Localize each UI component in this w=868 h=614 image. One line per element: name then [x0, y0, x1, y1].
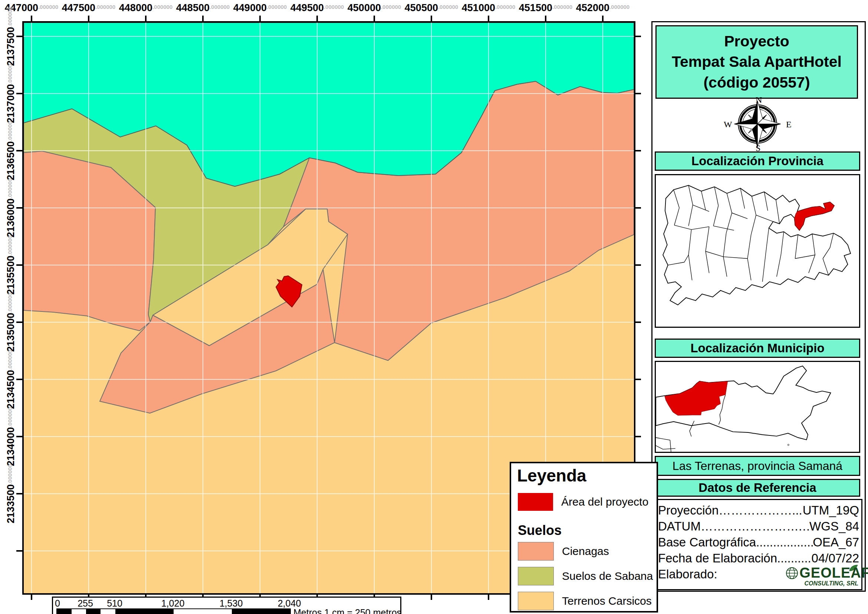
compass-area: N E S W	[653, 98, 862, 150]
tick-mark	[16, 93, 22, 94]
reference-data-box: Proyección ……………….......... UTM_19Q DATU…	[655, 499, 862, 590]
west-label: W	[724, 120, 732, 129]
y-axis-label: 2133500.000000	[5, 459, 16, 529]
tick-mark	[16, 550, 22, 552]
reference-row-base: Base Cartográfica ..................... …	[658, 534, 859, 550]
main-map: Leyenda Área del proyecto Suelos Cienaga…	[22, 21, 636, 595]
geoleaf-logo: GEOLEAF CONSULTING, SRL	[785, 565, 858, 587]
x-axis-label: 452000.000000	[562, 2, 643, 14]
map-layout-page: 447000.000000 447500.000000 448000.00000…	[0, 0, 868, 614]
cienagas-swatch	[518, 542, 554, 561]
legend-title: Leyenda	[517, 465, 657, 485]
project-title-line1: Proyecto	[724, 31, 789, 51]
scale-bar-graphic	[56, 608, 291, 614]
legend: Leyenda Área del proyecto Suelos Cienaga…	[510, 462, 658, 612]
scale-segment	[232, 609, 290, 614]
country-outline	[663, 185, 851, 305]
tick-mark	[636, 264, 641, 266]
tick-mark	[16, 150, 22, 151]
reference-row-projection: Proyección ……………….......... UTM_19Q	[658, 502, 859, 518]
scale-tick-label: 1,530	[214, 598, 248, 609]
scale-tick-label: 510	[104, 598, 126, 609]
tick-mark	[16, 207, 22, 208]
scale-segment	[115, 609, 174, 614]
tick-mark	[259, 16, 261, 21]
tick-mark	[145, 16, 147, 21]
scale-tick-label: 255	[74, 598, 96, 609]
tick-mark	[374, 16, 375, 21]
legend-item-cienagas: Cienagas	[518, 542, 609, 561]
sabana-swatch	[518, 567, 554, 585]
east-label: E	[786, 120, 792, 129]
tick-mark	[431, 16, 432, 21]
tick-mark	[16, 379, 22, 380]
scale-tick-label: 0	[54, 598, 61, 609]
samana-peninsula-map	[656, 362, 859, 452]
scale-caption: Metros 1 cm = 250 metros	[293, 607, 401, 614]
side-panel: Proyecto Tempat Sala ApartHotel (código …	[651, 21, 866, 592]
scale-segment	[57, 609, 71, 614]
scale-segment	[71, 609, 86, 614]
tick-mark	[31, 16, 32, 21]
tick-mark	[636, 207, 641, 208]
scale-segment	[86, 609, 101, 614]
tick-mark	[636, 322, 641, 323]
municipio-locator-map	[655, 361, 860, 453]
tick-mark	[88, 16, 89, 21]
north-label: N	[756, 95, 762, 105]
logo-subtitle: CONSULTING, SRL	[785, 580, 858, 587]
dominican-republic-map	[656, 175, 859, 327]
legend-item-carsicos: Terrenos Carsicos	[518, 592, 652, 610]
project-title-box: Proyecto Tempat Sala ApartHotel (código …	[656, 25, 858, 99]
tick-mark	[488, 595, 489, 600]
tick-mark	[316, 16, 318, 21]
tick-mark	[16, 322, 22, 323]
tick-mark	[16, 436, 22, 437]
scale-tick-label: 1,020	[156, 598, 189, 609]
tick-mark	[202, 16, 204, 21]
scale-segment	[101, 609, 115, 614]
project-title-line3: (código 20557)	[703, 72, 810, 93]
legend-item-project: Área del proyecto	[518, 493, 648, 511]
tick-mark	[602, 16, 603, 21]
tick-mark	[31, 595, 32, 600]
carsicos-swatch	[518, 592, 554, 610]
tick-mark	[545, 16, 546, 21]
scale-bar: 0 255 510 1,020 1,530 2,040 Metros 1 cm …	[52, 597, 401, 614]
tick-mark	[636, 436, 641, 437]
province-section-header: Localización Provincia	[655, 151, 860, 171]
project-area-swatch	[518, 493, 553, 511]
legend-item-sabana: Suelos de Sabana	[518, 567, 653, 585]
municipio-section-header: Localización Municipio	[655, 339, 860, 358]
islet-dot	[787, 444, 789, 446]
legend-group-title: Suelos	[518, 523, 562, 538]
tick-mark	[488, 16, 489, 21]
tick-mark	[636, 150, 641, 151]
reference-section-header: Datos de Referencia	[655, 479, 860, 497]
tick-mark	[636, 93, 641, 94]
samana-province-highlight	[795, 202, 834, 230]
tick-mark	[431, 595, 432, 600]
tick-mark	[636, 379, 641, 380]
location-label-bar: Las Terrenas, provincia Samaná	[655, 456, 860, 476]
tick-mark	[16, 264, 22, 266]
scale-segment	[174, 609, 232, 614]
tick-mark	[16, 493, 22, 494]
reference-row-datum: DATUM …………………….….... WGS_84	[658, 518, 859, 534]
tick-mark	[16, 36, 22, 37]
project-title-line2: Tempat Sala ApartHotel	[672, 51, 842, 72]
reference-row-fecha: Fecha de Elaboración ...........… 04/07/…	[658, 550, 859, 566]
province-locator-map	[655, 174, 860, 328]
tick-mark	[636, 36, 641, 37]
globe-icon	[785, 566, 799, 580]
compass-rose-icon	[732, 98, 783, 150]
